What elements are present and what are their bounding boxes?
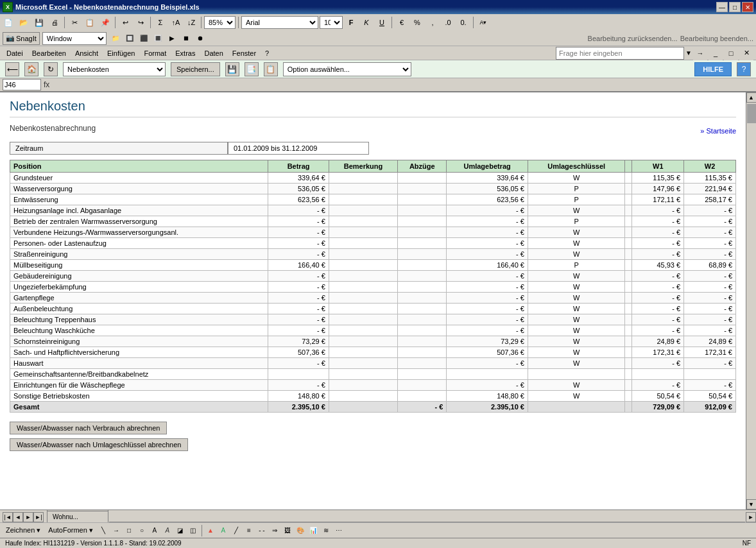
scroll-up-button[interactable]: ▲: [746, 92, 757, 103]
nav-option-dropdown[interactable]: Option auswählen...: [283, 62, 411, 76]
textbox-icon[interactable]: A: [149, 525, 160, 536]
nav-save-icon-2[interactable]: 📑: [245, 62, 259, 76]
zeichnen-button[interactable]: Zeichnen ▾: [3, 524, 44, 537]
3d-icon[interactable]: ◫: [187, 525, 199, 536]
menu-fenster[interactable]: Fenster: [228, 47, 260, 60]
snagit-icon-6[interactable]: ⏹: [180, 33, 193, 44]
snagit-button[interactable]: 📷 SnagIt: [3, 32, 40, 45]
redo-button[interactable]: ↪: [133, 15, 148, 30]
save-button[interactable]: 💾: [32, 15, 46, 30]
autosum-button[interactable]: Σ: [153, 15, 168, 30]
nav-home-button[interactable]: 🏠: [24, 62, 39, 76]
tab-next-button[interactable]: ►: [23, 512, 33, 522]
nav-sheet-dropdown[interactable]: Nebenkosten: [63, 62, 166, 76]
help-window-max[interactable]: □: [724, 46, 738, 60]
underline-button[interactable]: U: [375, 15, 389, 30]
comma-button[interactable]: ,: [425, 15, 440, 30]
wasser-umlageschluessel-button[interactable]: Wasser/Abwasser nach Umlageschlüssel abr…: [10, 438, 188, 451]
currency-button[interactable]: €: [395, 15, 409, 30]
menu-einfuegen[interactable]: Einfügen: [103, 47, 139, 60]
equalizer-icon[interactable]: ≋: [320, 525, 332, 536]
table-cell: Personen- oder Lastenaufzug: [10, 238, 268, 249]
nav-save-icon-3[interactable]: 📋: [264, 62, 278, 76]
table-cell: - €: [684, 293, 736, 304]
lineweight-icon[interactable]: ≡: [243, 525, 255, 536]
linecolor-icon[interactable]: ╱: [230, 525, 242, 536]
font-dropdown[interactable]: Arial: [241, 16, 318, 29]
tab-last-button[interactable]: ►|: [33, 512, 44, 522]
nav-save-button[interactable]: Speichern...: [171, 62, 220, 76]
help-window-close[interactable]: ✕: [739, 46, 753, 60]
snagit-icon-5[interactable]: ▶: [166, 33, 178, 44]
startseite-link[interactable]: » Startseite: [700, 127, 736, 135]
shadow-icon[interactable]: ◪: [175, 525, 186, 536]
dashed-icon[interactable]: - -: [256, 525, 268, 536]
percent-button[interactable]: %: [410, 15, 424, 30]
oval-icon[interactable]: ○: [136, 525, 148, 536]
nav-refresh-button[interactable]: ↻: [44, 62, 58, 76]
wasser-verbrauch-button[interactable]: Wasser/Abwasser nach Verbrauch abrechnen: [10, 422, 167, 434]
snagit-icon-7[interactable]: ⏺: [194, 33, 207, 44]
menu-help[interactable]: ?: [261, 47, 273, 60]
new-button[interactable]: 📄: [1, 15, 15, 30]
search-dropdown-arrow[interactable]: ▼: [685, 49, 692, 56]
sort-asc-button[interactable]: ↑A: [169, 15, 183, 30]
menu-datei[interactable]: Datei: [3, 47, 27, 60]
open-button[interactable]: 📂: [17, 15, 31, 30]
clipart-icon[interactable]: 🎨: [295, 525, 306, 536]
menu-format[interactable]: Format: [140, 47, 170, 60]
fillcolor-icon[interactable]: ▲: [205, 525, 216, 536]
autoformen-button[interactable]: AutoFormen ▾: [45, 524, 96, 537]
close-button[interactable]: ✕: [742, 2, 753, 12]
dots-icon[interactable]: ⋯: [333, 525, 345, 536]
tab-first-button[interactable]: |◄: [3, 512, 13, 522]
paste-button[interactable]: 📌: [98, 15, 112, 30]
snagit-icon-2[interactable]: 🔲: [123, 33, 136, 44]
rect-icon[interactable]: □: [123, 525, 135, 536]
snagit-icon-3[interactable]: ⬛: [137, 33, 150, 44]
wordart-icon[interactable]: A: [162, 525, 173, 536]
undo-button[interactable]: ↩: [118, 15, 132, 30]
zoom-dropdown[interactable]: 85%: [204, 16, 236, 29]
maximize-button[interactable]: □: [729, 2, 741, 12]
help-window-min[interactable]: _: [709, 46, 723, 60]
nav-back-button[interactable]: ⟵: [5, 62, 19, 76]
arrow-icon[interactable]: →: [110, 525, 122, 536]
sheet-tab[interactable]: Wohnu...: [47, 511, 108, 522]
fontcolor-icon[interactable]: A: [218, 525, 229, 536]
tab-prev-button[interactable]: ◄: [13, 512, 23, 522]
vertical-scrollbar[interactable]: ▲ ▼: [746, 92, 756, 509]
increase-decimal-button[interactable]: .0: [441, 15, 455, 30]
help-search-input[interactable]: [556, 47, 684, 60]
scroll-down-button[interactable]: ▼: [746, 499, 757, 509]
print-button[interactable]: 🖨: [47, 15, 62, 30]
snagit-window-dropdown[interactable]: Window: [42, 32, 107, 45]
arrowstyle-icon[interactable]: ⇒: [269, 525, 280, 536]
cell-reference-input[interactable]: [3, 79, 41, 90]
sep4: [201, 17, 202, 28]
snagit-icon-1[interactable]: 📁: [109, 33, 122, 44]
insert-pic-icon[interactable]: 🖼: [282, 525, 293, 536]
italic-button[interactable]: K: [359, 15, 374, 30]
menu-ansicht[interactable]: Ansicht: [71, 47, 102, 60]
menu-extras[interactable]: Extras: [171, 47, 199, 60]
snagit-icon-4[interactable]: 🔳: [151, 33, 164, 44]
diagram-icon[interactable]: 📊: [307, 525, 319, 536]
line-icon[interactable]: ╲: [98, 525, 109, 536]
nav-save-icon-1[interactable]: 💾: [225, 62, 239, 76]
menu-bearbeiten[interactable]: Bearbeiten: [28, 47, 70, 60]
hilfe-button[interactable]: HILFE: [694, 62, 732, 76]
tab-scroll-right[interactable]: ►: [746, 512, 756, 522]
fill-color-button[interactable]: A▾: [476, 15, 490, 30]
menu-daten[interactable]: Daten: [200, 47, 227, 60]
bold-button[interactable]: F: [344, 15, 358, 30]
cut-button[interactable]: ✂: [67, 15, 82, 30]
help-go-button[interactable]: →: [693, 46, 707, 60]
sort-desc-button[interactable]: ↓Z: [184, 15, 198, 30]
copy-button[interactable]: 📋: [83, 15, 97, 30]
nav-hilfe-icon[interactable]: ?: [737, 62, 751, 76]
decrease-decimal-button[interactable]: 0.: [456, 15, 470, 30]
fontsize-dropdown[interactable]: 10: [320, 16, 343, 29]
scroll-thumb[interactable]: [747, 104, 756, 123]
minimize-button[interactable]: —: [716, 2, 728, 12]
